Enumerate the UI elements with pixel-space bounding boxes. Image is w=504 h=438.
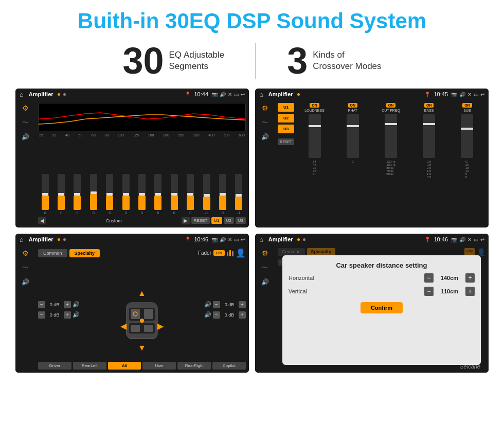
- vertical-plus-btn[interactable]: +: [465, 287, 475, 296]
- eq-icon-2[interactable]: ⚙: [262, 104, 268, 112]
- tab-common[interactable]: Common: [38, 249, 67, 257]
- close-icon-4[interactable]: ✕: [467, 237, 472, 242]
- right-arrow[interactable]: ▶: [157, 321, 164, 331]
- eq-track[interactable]: [203, 174, 210, 210]
- wave-icon[interactable]: 〜: [22, 118, 28, 127]
- tab-specialty[interactable]: Specialty: [69, 249, 100, 257]
- all-btn[interactable]: All: [108, 362, 141, 370]
- cutfreq-toggle[interactable]: ON: [386, 103, 396, 108]
- eq-track[interactable]: [171, 174, 178, 210]
- home-icon-2[interactable]: ⌂: [259, 91, 263, 98]
- eq-slider-6[interactable]: 0: [119, 174, 133, 215]
- eq-track[interactable]: [74, 174, 81, 210]
- driver-btn[interactable]: Driver: [38, 362, 71, 370]
- eq-reset-btn[interactable]: RESET: [191, 217, 210, 224]
- eq-slider-2[interactable]: 0: [54, 174, 68, 215]
- cutfreq-slider[interactable]: [385, 114, 397, 158]
- bass-toggle[interactable]: ON: [424, 103, 434, 108]
- channel-phat: ON PHAT G: [334, 103, 371, 224]
- eq-track[interactable]: [235, 174, 242, 210]
- phat-toggle[interactable]: ON: [348, 103, 358, 108]
- loudness-toggle[interactable]: ON: [310, 103, 319, 108]
- eq-track[interactable]: [138, 174, 146, 210]
- eq-track[interactable]: [90, 174, 97, 210]
- loudness-slider[interactable]: [309, 114, 321, 158]
- horizontal-plus-btn[interactable]: +: [465, 273, 475, 283]
- window-icon-4: ▭: [474, 237, 478, 242]
- wave-icon-2[interactable]: 〜: [262, 118, 268, 127]
- eq-slider-9[interactable]: 0: [167, 174, 181, 215]
- phat-slider[interactable]: [347, 114, 359, 158]
- home-icon-4[interactable]: ⌂: [259, 236, 263, 243]
- eq-icon-3[interactable]: ⚙: [22, 249, 29, 257]
- back-icon-3[interactable]: ↩: [241, 237, 245, 242]
- eq-slider-5[interactable]: 5: [103, 174, 117, 215]
- back-icon[interactable]: ↩: [241, 92, 245, 97]
- eq-icon-4[interactable]: ⚙: [262, 249, 268, 257]
- preset-u1[interactable]: U1: [278, 103, 294, 112]
- sub-toggle[interactable]: ON: [462, 103, 472, 108]
- eq-slider-1[interactable]: 0: [38, 174, 52, 215]
- eq-slider-7[interactable]: 0: [135, 174, 149, 215]
- right-top-plus[interactable]: +: [239, 301, 246, 308]
- horizontal-minus-btn[interactable]: −: [424, 273, 434, 283]
- eq-slider-4[interactable]: 0: [86, 174, 100, 215]
- sub-slider[interactable]: [461, 114, 473, 158]
- wave-icon-4[interactable]: 〜: [262, 264, 268, 272]
- eq-slider-10[interactable]: 0: [184, 174, 197, 215]
- eq-slider-8[interactable]: 0: [151, 174, 165, 215]
- right-bottom-plus[interactable]: +: [239, 311, 246, 319]
- preset-u3[interactable]: U3: [278, 125, 294, 133]
- confirm-btn[interactable]: Confirm: [361, 302, 403, 313]
- eq-slider-3[interactable]: 0: [70, 174, 84, 215]
- close-icon-3[interactable]: ✕: [228, 237, 232, 242]
- wave-icon-3[interactable]: 〜: [22, 264, 28, 272]
- eq-prev-btn[interactable]: ◀: [38, 217, 46, 224]
- eq-track[interactable]: [42, 174, 49, 210]
- preset-u2[interactable]: U2: [278, 114, 294, 122]
- vol-icon[interactable]: 🔊: [22, 133, 29, 141]
- left-arrow[interactable]: ◀: [120, 321, 127, 331]
- eq-track[interactable]: [187, 174, 194, 210]
- eq-slider-13[interactable]: -1: [232, 174, 246, 215]
- up-arrow[interactable]: ▲: [138, 289, 146, 298]
- rear-right-btn[interactable]: RearRight: [177, 362, 211, 370]
- home-icon-3[interactable]: ⌂: [20, 236, 24, 243]
- eq-slider-11[interactable]: -1: [200, 174, 213, 215]
- vol-icon-4[interactable]: 🔊: [261, 278, 269, 286]
- left-bottom-plus[interactable]: +: [64, 311, 71, 319]
- left-bottom-minus[interactable]: −: [38, 311, 45, 319]
- eq-u2-btn[interactable]: U2: [224, 217, 234, 224]
- bass-slider[interactable]: [423, 114, 435, 158]
- reset-btn-crossover[interactable]: RESET: [278, 138, 294, 145]
- eq-icon[interactable]: ⚙: [22, 104, 29, 112]
- vertical-minus-btn[interactable]: −: [424, 287, 434, 296]
- left-top-plus[interactable]: +: [64, 301, 71, 308]
- eq-u3-btn[interactable]: U3: [236, 217, 246, 224]
- eq-u1-btn[interactable]: U1: [211, 217, 222, 224]
- eq-next-btn[interactable]: ▶: [182, 217, 190, 224]
- close-icon[interactable]: ✕: [228, 92, 232, 97]
- right-top-minus[interactable]: −: [213, 301, 220, 308]
- back-icon-4[interactable]: ↩: [480, 237, 484, 242]
- eq-track[interactable]: [58, 174, 65, 210]
- eq-track[interactable]: [122, 174, 130, 210]
- back-icon-2[interactable]: ↩: [480, 92, 484, 97]
- distance-sidebar: ⚙ 〜 🔊: [255, 245, 275, 373]
- close-icon-2[interactable]: ✕: [467, 92, 472, 97]
- fader-toggle[interactable]: ON: [213, 250, 225, 256]
- right-bottom-minus[interactable]: −: [213, 311, 220, 319]
- left-top-minus[interactable]: −: [38, 301, 45, 308]
- vol-icon-2[interactable]: 🔊: [261, 133, 269, 141]
- vol-icon-3[interactable]: 🔊: [22, 278, 29, 286]
- copilot-btn[interactable]: Copilot: [212, 362, 246, 370]
- user-btn[interactable]: User: [142, 362, 176, 370]
- eq-track[interactable]: [219, 174, 226, 210]
- location-icon-2: 📍: [424, 92, 430, 97]
- down-arrow[interactable]: ▼: [138, 343, 146, 353]
- eq-track[interactable]: [106, 174, 113, 210]
- rear-left-btn[interactable]: RearLeft: [73, 362, 106, 370]
- eq-slider-12[interactable]: 0: [215, 174, 229, 215]
- eq-track[interactable]: [154, 174, 161, 210]
- home-icon[interactable]: ⌂: [20, 91, 24, 98]
